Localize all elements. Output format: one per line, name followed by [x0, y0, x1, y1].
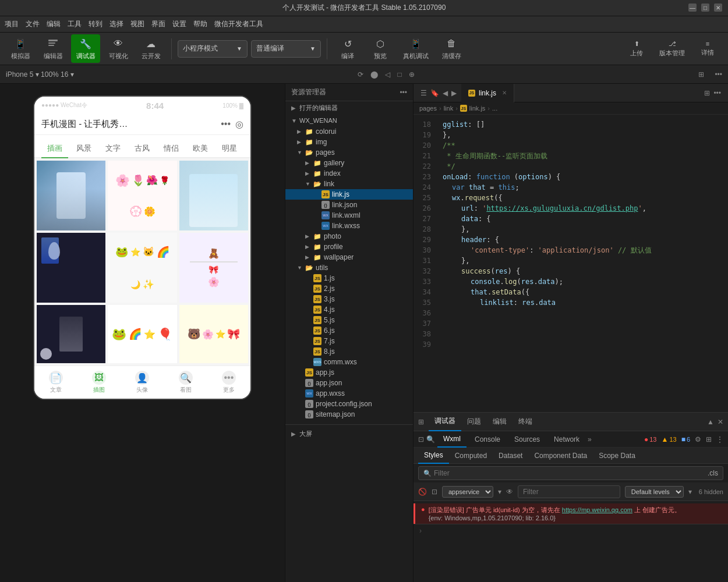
tree-1js[interactable]: JS 1.js	[285, 273, 413, 283]
device-selector[interactable]: iPhone 5 ▾ 100% 16 ▾	[6, 70, 74, 79]
tab-调试器[interactable]: 调试器	[429, 413, 461, 431]
style-tab-computed[interactable]: Computed	[449, 448, 493, 464]
details-button[interactable]: ≡ 详情	[693, 38, 722, 59]
subtab-wxml[interactable]: Wxml	[437, 431, 467, 448]
tree-utils[interactable]: ▼ 📂 utils	[285, 262, 413, 273]
grid-item-3[interactable]	[179, 161, 248, 230]
menu-工具[interactable]: 工具	[68, 19, 82, 29]
style-tab-component-data[interactable]: Component Data	[528, 448, 593, 464]
menu-设置[interactable]: 设置	[172, 19, 186, 29]
phone-tab-风景[interactable]: 风景	[70, 140, 97, 157]
cloud-button[interactable]: ☁ 云开发	[136, 34, 165, 63]
cls-button[interactable]: .cls	[708, 469, 718, 477]
split-editor-icon[interactable]: ⊞	[704, 89, 710, 97]
version-button[interactable]: ⎇ 版本管理	[655, 38, 690, 60]
nav-插图[interactable]: 🖼 插图	[92, 371, 106, 394]
breadcrumb-pages[interactable]: pages	[419, 105, 437, 112]
devtools-toggle[interactable]: ⊞	[698, 70, 704, 79]
tree-2js[interactable]: JS 2.js	[285, 283, 413, 294]
phone-tab-古风[interactable]: 古风	[129, 140, 156, 157]
breadcrumb-link[interactable]: link	[444, 105, 454, 112]
style-tab-styles[interactable]: Styles	[418, 448, 449, 464]
clear-cache-button[interactable]: 🗑 清缓存	[437, 34, 466, 63]
console-input[interactable]	[424, 527, 722, 535]
console-down-arrow[interactable]: ▾	[498, 488, 501, 496]
tab-问题[interactable]: 问题	[461, 413, 487, 431]
console-level-arrow[interactable]: ▾	[688, 488, 692, 496]
tree-comm-wxs[interactable]: WXS comm.wxs	[285, 357, 413, 367]
console-eye-icon[interactable]: 👁	[506, 488, 513, 496]
breadcrumb-link-js[interactable]: link.js	[469, 105, 486, 112]
grid-item-5[interactable]: 🐸⭐ 🐱🌈 🌙✨	[108, 233, 176, 303]
tree-6js[interactable]: JS 6.js	[285, 325, 413, 336]
menu-帮助[interactable]: 帮助	[193, 19, 207, 29]
filter-input[interactable]	[434, 469, 705, 477]
console-clear-icon[interactable]: 🚫	[418, 488, 427, 496]
back-arrow[interactable]: ◀	[443, 89, 448, 97]
nav-看图[interactable]: 🔍 看图	[179, 371, 193, 394]
tree-7js[interactable]: JS 7.js	[285, 336, 413, 346]
tree-link[interactable]: ▼ 📂 link	[285, 179, 413, 189]
tab-终端[interactable]: 终端	[513, 413, 538, 431]
filter-bar[interactable]: 🔍 .cls	[418, 466, 723, 480]
style-tab-scope-data[interactable]: Scope Data	[593, 448, 641, 464]
tree-5js[interactable]: JS 5.js	[285, 315, 413, 325]
tree-app-json[interactable]: {} app.json	[285, 378, 413, 388]
devtools-panel-icon[interactable]: ⊞	[418, 418, 424, 426]
compiler-dropdown[interactable]: 普通编译 ▼	[251, 40, 321, 58]
tab-bar-left-icons[interactable]: ☰ 🔖 ◀ ▶	[416, 89, 461, 97]
console-service-select[interactable]: appservice	[442, 486, 493, 498]
tree-link-js[interactable]: JS link.js	[285, 189, 413, 200]
tree-link-wxml[interactable]: WX link.wxml	[285, 210, 413, 221]
close-button[interactable]: ✕	[714, 3, 722, 12]
tree-project-config[interactable]: {} project.config.json	[285, 399, 413, 409]
tree-app-js[interactable]: JS app.js	[285, 367, 413, 378]
tree-profile[interactable]: ▶ 📁 profile	[285, 242, 413, 252]
real-debug-button[interactable]: 📱 真机调试	[398, 34, 433, 63]
phone-search-icon[interactable]: ◎	[235, 119, 243, 130]
collapse-devtools-icon[interactable]: ▲	[707, 418, 714, 426]
tree-3js[interactable]: JS 3.js	[285, 294, 413, 304]
tree-img[interactable]: ▶ 📁 img	[285, 137, 413, 147]
project-header[interactable]: ▼ WX_WENAN	[285, 115, 413, 126]
maximize-button[interactable]: □	[701, 3, 709, 12]
rotate-btn[interactable]: ⟳	[358, 70, 363, 79]
tree-photo[interactable]: ▶ 📁 photo	[285, 231, 413, 242]
devtools-layout-icon[interactable]: ⊞	[706, 435, 712, 443]
menu-视图[interactable]: 视图	[130, 19, 144, 29]
phone-menu-icon[interactable]: •••	[221, 119, 231, 130]
nav-头像[interactable]: 👤 头像	[135, 371, 149, 394]
back-btn[interactable]: ◁	[385, 70, 390, 79]
devtools-settings-icon[interactable]: ⚙	[695, 435, 701, 443]
tree-4js[interactable]: JS 4.js	[285, 304, 413, 315]
da-ping-header[interactable]: ▶ 大屏	[285, 427, 413, 441]
screenshot-btn[interactable]: ⬤	[370, 70, 378, 79]
debugger-button[interactable]: 🔧 调试器	[71, 34, 100, 63]
phone-tab-插画[interactable]: 插画	[41, 140, 68, 158]
tree-index[interactable]: ▶ 📁 index	[285, 168, 413, 179]
forward-btn[interactable]: ⊕	[409, 70, 415, 79]
console-filter-icon[interactable]: ⊡	[432, 488, 437, 496]
search-in-wxml-icon[interactable]: 🔍	[426, 435, 435, 443]
menu-wechat-devtools[interactable]: 微信开发者工具	[214, 19, 263, 29]
more-tabs-icon[interactable]: •••	[713, 89, 721, 97]
console-filter-input[interactable]	[518, 485, 620, 498]
tab-编辑[interactable]: 编辑	[487, 413, 513, 431]
more-icon[interactable]: •••	[400, 88, 407, 97]
phone-tab-情侣[interactable]: 情侣	[158, 140, 185, 157]
menu-选择[interactable]: 选择	[109, 19, 123, 29]
tree-wallpaper[interactable]: ▶ 📁 wallpaper	[285, 252, 413, 262]
tab-close-icon[interactable]: ✕	[502, 90, 507, 96]
grid-item-2[interactable]: 🌸🌷 🌺🌹 💮🌼	[108, 161, 176, 230]
menu-项目[interactable]: 项目	[5, 19, 19, 29]
tree-link-wxss[interactable]: WX link.wxss	[285, 221, 413, 231]
subtab-console[interactable]: Console	[469, 431, 506, 448]
simulator-button[interactable]: 📱 模拟器	[6, 34, 35, 63]
more-options[interactable]: •••	[715, 70, 722, 79]
phone-tab-欧美[interactable]: 欧美	[187, 140, 214, 157]
menu-文件[interactable]: 文件	[26, 19, 40, 29]
nav-文章[interactable]: 📄 文章	[49, 371, 63, 394]
tree-link-json[interactable]: {} link.json	[285, 200, 413, 210]
menu-编辑[interactable]: 编辑	[47, 19, 61, 29]
wxml-selector-icon[interactable]: ⊡	[418, 435, 424, 443]
